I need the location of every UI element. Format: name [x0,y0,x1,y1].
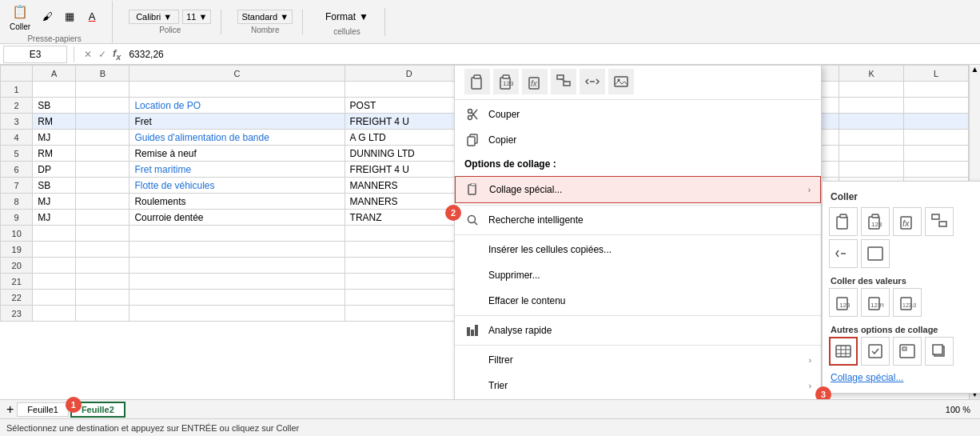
cell-B5[interactable] [76,146,129,162]
cancel-formula-icon[interactable]: ✕ [84,49,92,60]
svg-rect-37 [939,222,946,226]
cell-A7[interactable]: SB [33,178,76,194]
cell-B9[interactable] [76,210,129,226]
collage-special-link[interactable]: Collage spécial... [829,369,980,386]
status-bar: Sélectionnez une destination et appuyez … [0,418,980,436]
svg-rect-3 [503,75,509,78]
col-header-C[interactable]: C [129,66,345,82]
paste-sub-btn-3[interactable]: fx [893,207,922,236]
cell-L6[interactable] [904,162,969,178]
paste-icon-6[interactable] [608,69,634,94]
paint-brush-button[interactable]: 🖌 [37,6,58,27]
cell-C2[interactable]: Location de PO [129,98,345,114]
paste-val-btn-3[interactable]: 123.0 [893,288,922,317]
cell-B7[interactable] [76,178,129,194]
menu-item-filtrer[interactable]: Filtrer › [455,347,821,373]
scroll-up-button[interactable]: ▲ [970,65,980,74]
menu-item-couper[interactable]: Couper [455,102,821,127]
cell-K6[interactable] [839,162,904,178]
cell-K3[interactable] [839,114,904,130]
paste-autre-btn-4[interactable] [925,337,954,366]
paste-icon-5[interactable] [580,69,605,94]
paste-sub-btn-4[interactable] [925,207,954,236]
coller-button[interactable]: 📋 Coller [6,1,34,33]
cell-C1[interactable] [129,82,345,98]
cell-K4[interactable] [839,130,904,146]
paste-icon-1[interactable] [464,69,490,94]
paste-icon-4[interactable] [551,69,576,94]
menu-item-recherche[interactable]: Recherche intelligente [455,207,821,233]
cell-C6[interactable]: Fret maritime [129,162,345,178]
format-button[interactable]: ▦ [59,6,80,27]
cell-C8[interactable]: Roulements [129,194,345,210]
paste-icon-2[interactable]: 123 [493,69,519,94]
menu-item-copier[interactable]: Copier [455,127,821,153]
paste-sub-btn-6[interactable] [861,239,890,268]
add-sheet-button[interactable]: + [3,402,17,417]
sheet-tab-feuille2[interactable]: Feuille2 1 [70,402,125,418]
cell-C5[interactable]: Remise à neuf [129,146,345,162]
formula-input[interactable]: 6332,26 [127,47,980,62]
cell-B3[interactable] [76,114,129,130]
cell-A6[interactable]: DP [33,162,76,178]
police-font-dropdown[interactable]: Calibri ▼ [129,10,179,24]
svg-rect-29 [837,217,847,229]
confirm-formula-icon[interactable]: ✓ [98,49,106,60]
cell-C9[interactable]: Courroie dentée [129,210,345,226]
menu-item-analyse[interactable]: Analyse rapide [455,318,821,343]
format-menu-button[interactable]: Format ▼ [319,8,375,26]
paste-sub-btn-1[interactable] [829,207,858,236]
menu-item-collage-special[interactable]: Collage spécial... › [455,176,821,203]
cell-C4[interactable]: Guides d'alimentation de bande [129,130,345,146]
svg-point-20 [468,216,476,223]
menu-item-supprimer[interactable]: Supprimer... [455,262,821,288]
cell-L5[interactable] [904,146,969,162]
paste-val-btn-2[interactable]: 123% [861,288,890,317]
cell-C3[interactable]: Fret [129,114,345,130]
cell-A4[interactable]: MJ [33,130,76,146]
badge-1-label: 1 [71,400,76,410]
filtrer-arrow-icon: › [809,356,811,365]
paste-sub-btn-2[interactable]: 123 [861,207,890,236]
cell-A3[interactable]: RM [33,114,76,130]
paste-autre-btn-3[interactable] [893,337,922,366]
cell-C7[interactable]: Flotte de véhicules [129,178,345,194]
cell-A5[interactable]: RM [33,146,76,162]
paste-sub-btn-5[interactable] [829,239,858,268]
sheet-tab-feuille1[interactable]: Feuille1 [17,402,69,417]
cell-K5[interactable] [839,146,904,162]
paste-icon-3[interactable]: fx [522,69,548,94]
cell-K2[interactable] [839,98,904,114]
cell-L1[interactable] [904,82,969,98]
badge-3-label: 3 [821,390,826,399]
col-header-K[interactable]: K [839,66,904,82]
cell-B4[interactable] [76,130,129,146]
paste-autre-btn-1[interactable] [829,337,858,366]
cell-A8[interactable]: MJ [33,194,76,210]
col-header-B[interactable]: B [76,66,129,82]
cell-A9[interactable]: MJ [33,210,76,226]
col-header-A[interactable]: A [33,66,76,82]
svg-rect-18 [468,185,476,194]
cell-L3[interactable] [904,114,969,130]
paste-val-btn-1[interactable]: 123 [829,288,858,317]
cell-B8[interactable] [76,194,129,210]
cell-A1[interactable] [33,82,76,98]
col-header-L[interactable]: L [904,66,969,82]
cell-B6[interactable] [76,162,129,178]
font-color-button[interactable]: A [82,6,102,27]
cell-reference-input[interactable]: E3 [3,46,67,63]
cell-L2[interactable] [904,98,969,114]
cell-L4[interactable] [904,130,969,146]
cell-B1[interactable] [76,82,129,98]
police-size-dropdown[interactable]: 11 ▼ [182,10,211,24]
menu-item-inserer-cellules[interactable]: Insérer les cellules copiées... [455,237,821,262]
function-icon[interactable]: fx [113,47,121,62]
menu-item-trier[interactable]: Trier › [455,373,821,398]
cell-B2[interactable] [76,98,129,114]
row-header-9: 9 [1,210,33,226]
cell-K1[interactable] [839,82,904,98]
menu-item-effacer[interactable]: Effacer le contenu [455,288,821,314]
cell-A2[interactable]: SB [33,98,76,114]
paste-autre-btn-2[interactable] [861,337,890,366]
